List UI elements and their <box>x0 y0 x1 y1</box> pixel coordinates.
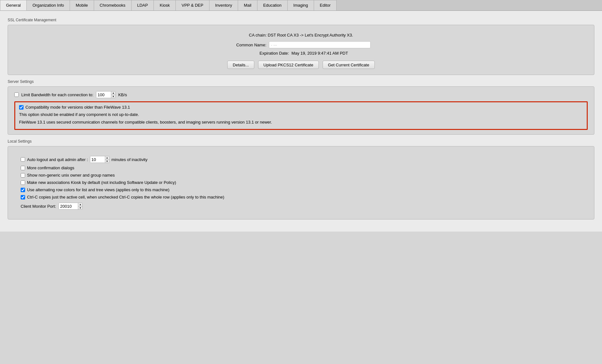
alt-rows-label: Use alternating row colors for list and … <box>27 187 169 192</box>
autologout-label: Auto logout and quit admin after : <box>27 157 88 162</box>
tab-mobile[interactable]: Mobile <box>70 0 94 10</box>
tab-chromebooks[interactable]: Chromebooks <box>94 0 132 10</box>
autologout-suffix: minutes of inactivity <box>112 157 147 162</box>
expiration-row: Expiration Date: May 19, 2019 9:47:41 AM… <box>254 51 348 56</box>
more-confirm-row: More confirmation dialogs <box>21 165 581 170</box>
tab-education[interactable]: Education <box>257 0 288 10</box>
autologout-row: Auto logout and quit admin after : ▲ ▼ m… <box>21 156 581 163</box>
local-section-box: Auto logout and quit admin after : ▲ ▼ m… <box>8 146 594 219</box>
get-current-cert-button[interactable]: Get Current Certificate <box>323 61 375 69</box>
autologout-checkbox[interactable] <box>21 157 25 162</box>
bandwidth-increment[interactable]: ▲ <box>111 91 115 95</box>
port-increment[interactable]: ▲ <box>78 203 82 206</box>
expiration-value: May 19, 2019 9:47:41 AM PDT <box>291 51 348 56</box>
local-settings-content: Auto logout and quit admin after : ▲ ▼ m… <box>16 152 586 213</box>
tab-bar: General Organization Info Mobile Chromeb… <box>0 0 602 11</box>
port-decrement[interactable]: ▼ <box>78 206 82 210</box>
port-label: Client Monitor Port: <box>21 204 56 209</box>
bandwidth-row: Limit Bandwidth for each connection to: … <box>14 91 588 98</box>
tab-kiosk[interactable]: Kiosk <box>154 0 176 10</box>
compat-title-row: Compatibility mode for versions older th… <box>19 105 583 110</box>
tab-ldap[interactable]: LDAP <box>131 0 154 10</box>
server-section-box: Limit Bandwidth for each connection to: … <box>8 86 594 135</box>
more-confirm-label: More confirmation dialogs <box>27 165 74 170</box>
common-name-row: Common Name: <box>231 41 371 48</box>
bandwidth-label: Limit Bandwidth for each connection to: <box>21 92 93 97</box>
compat-title-label: Compatibility mode for versions older th… <box>25 105 130 110</box>
alt-rows-row: Use alternating row colors for list and … <box>21 187 581 192</box>
common-name-input[interactable] <box>269 41 371 48</box>
kiosk-checkbox[interactable] <box>21 180 25 185</box>
details-button[interactable]: Details... <box>227 61 254 69</box>
tab-vpp-dep[interactable]: VPP & DEP <box>175 0 209 10</box>
kiosk-label: Make new associations Kiosk by default (… <box>27 180 176 185</box>
autologout-value[interactable] <box>90 156 105 163</box>
ssl-ca-chain: CA chain: DST Root CA X3 -> Let's Encryp… <box>16 33 586 37</box>
main-content: SSL Certificate Management CA chain: DST… <box>0 11 602 232</box>
bandwidth-value[interactable] <box>96 91 111 98</box>
ctrlc-row: Ctrl-C copies just the active cell, when… <box>21 195 581 199</box>
tab-imaging[interactable]: Imaging <box>287 0 314 10</box>
tab-inventory[interactable]: Inventory <box>209 0 238 10</box>
unix-owner-checkbox[interactable] <box>21 173 25 178</box>
ssl-fields: Common Name: Expiration Date: May 19, 20… <box>16 41 586 56</box>
compat-desc1: This option should be enabled if any com… <box>19 111 583 118</box>
bandwidth-checkbox[interactable] <box>14 92 19 97</box>
alt-rows-checkbox[interactable] <box>21 188 25 192</box>
tab-mail[interactable]: Mail <box>238 0 257 10</box>
port-row: Client Monitor Port: ▲ ▼ <box>21 203 581 210</box>
compat-box: Compatibility mode for versions older th… <box>14 101 588 130</box>
tab-general[interactable]: General <box>0 0 27 10</box>
compat-desc2: FileWave 13.1 uses secured communication… <box>19 119 583 125</box>
upload-pkcs12-button[interactable]: Upload PKCS12 Certificate <box>258 61 319 69</box>
ctrlc-checkbox[interactable] <box>21 195 25 199</box>
autologout-spinner[interactable]: ▲ ▼ <box>90 156 110 163</box>
bandwidth-spinner[interactable]: ▲ ▼ <box>96 91 116 98</box>
tab-editor[interactable]: Editor <box>314 0 337 10</box>
bandwidth-unit: KB/s <box>118 92 127 97</box>
common-name-label: Common Name: <box>231 43 266 47</box>
kiosk-row: Make new associations Kiosk by default (… <box>21 180 581 185</box>
ctrlc-label: Ctrl-C copies just the active cell, when… <box>27 195 224 199</box>
local-section-label: Local Settings <box>8 139 594 144</box>
autologout-decrement[interactable]: ▼ <box>105 160 109 163</box>
bandwidth-decrement[interactable]: ▼ <box>111 95 115 98</box>
port-value[interactable] <box>59 203 78 209</box>
compat-checkbox[interactable] <box>19 105 24 110</box>
tab-organization-info[interactable]: Organization Info <box>26 0 70 10</box>
ssl-section-label: SSL Certificate Management <box>8 18 594 22</box>
port-spinner[interactable]: ▲ ▼ <box>58 203 83 210</box>
unix-owner-row: Show non-generic unix owner and group na… <box>21 173 581 178</box>
server-section-label: Server Settings <box>8 79 594 84</box>
ssl-buttons: Details... Upload PKCS12 Certificate Get… <box>16 61 586 69</box>
ssl-section-box: CA chain: DST Root CA X3 -> Let's Encryp… <box>8 25 594 75</box>
more-confirm-checkbox[interactable] <box>21 166 25 170</box>
unix-owner-label: Show non-generic unix owner and group na… <box>27 173 115 178</box>
autologout-increment[interactable]: ▲ <box>105 156 109 160</box>
expiration-label: Expiration Date: <box>254 51 289 56</box>
